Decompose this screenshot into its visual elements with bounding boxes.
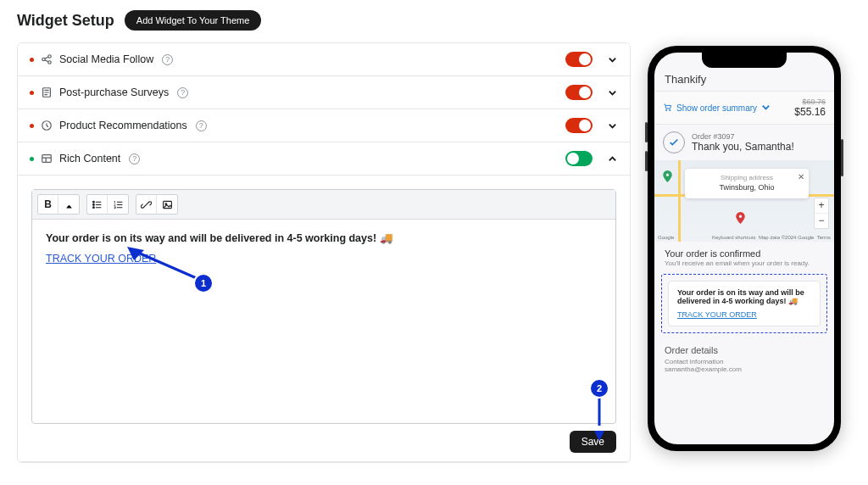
share-icon xyxy=(41,53,53,65)
order-details-section: Order details Contact information samant… xyxy=(654,340,834,378)
bold-button[interactable]: B xyxy=(38,195,58,214)
form-icon xyxy=(41,86,53,98)
check-icon xyxy=(663,131,685,153)
svg-text:1: 1 xyxy=(201,278,206,288)
order-summary-row[interactable]: Show order summary $60.76 $55.16 xyxy=(654,91,834,125)
contact-label: Contact information xyxy=(665,358,824,365)
contact-value: samantha@example.com xyxy=(665,365,824,373)
price: $55.16 xyxy=(794,106,826,118)
phone-notch xyxy=(702,53,787,68)
accordion-rich-content[interactable]: Rich Content ? xyxy=(18,142,630,176)
accordion-label: Rich Content xyxy=(59,153,120,164)
color-button[interactable] xyxy=(58,195,79,214)
chevron-down-icon[interactable] xyxy=(606,53,618,65)
rich-content-body: B xyxy=(18,176,630,462)
accordion-recommendations[interactable]: Product Recommendations ? xyxy=(18,109,630,142)
phone-screen: Thankify Show order summary $60.76 $55.1… xyxy=(654,53,834,444)
thank-you-text: Thank you, Samantha! xyxy=(692,141,794,153)
chevron-up-icon[interactable] xyxy=(606,153,618,164)
track-order-link-preview[interactable]: TRACK YOUR ORDER xyxy=(677,310,757,319)
svg-point-1 xyxy=(48,55,52,59)
page-title: Widget Setup xyxy=(17,12,114,30)
layout-icon xyxy=(41,153,53,164)
svg-point-6 xyxy=(93,201,95,203)
confirmed-heading: Your order is confirmed xyxy=(665,248,824,259)
accordion-label: Product Recommendations xyxy=(59,120,187,131)
track-order-link[interactable]: TRACK YOUR ORDER xyxy=(46,253,156,265)
summary-label: Show order summary xyxy=(676,103,757,113)
details-heading: Order details xyxy=(665,345,824,355)
toggle-surveys[interactable] xyxy=(565,85,593,100)
svg-point-17 xyxy=(665,109,666,110)
phone-frame: Thankify Show order summary $60.76 $55.1… xyxy=(648,46,841,451)
order-number: Order #3097 xyxy=(692,132,794,141)
help-icon[interactable]: ? xyxy=(177,87,188,98)
rich-content-highlight: Your order is on its way and will be del… xyxy=(661,274,827,333)
clock-icon xyxy=(41,120,53,131)
svg-point-8 xyxy=(93,206,95,208)
svg-point-2 xyxy=(48,61,52,64)
cart-icon xyxy=(663,103,672,114)
toggle-recommendations[interactable] xyxy=(565,118,593,133)
map-zoom-controls[interactable]: +− xyxy=(814,198,829,229)
svg-point-18 xyxy=(670,109,670,110)
accordion-label: Post-purchase Surveys xyxy=(59,86,169,98)
editor-content[interactable]: Your order is on its way and will be del… xyxy=(32,220,615,423)
unordered-list-button[interactable] xyxy=(87,195,108,214)
accordion-surveys[interactable]: Post-purchase Surveys ? xyxy=(18,76,630,109)
rich-text-editor: B xyxy=(31,189,616,424)
help-icon[interactable]: ? xyxy=(129,153,140,164)
toggle-rich-content[interactable] xyxy=(565,151,593,166)
status-dot xyxy=(30,58,34,62)
pin-icon xyxy=(663,170,672,185)
shipping-heading: Shipping address xyxy=(690,174,804,181)
chevron-down-icon[interactable] xyxy=(606,86,618,98)
pin-icon xyxy=(736,212,745,226)
image-button[interactable] xyxy=(157,195,177,214)
widget-list: Social Media Follow ? Post-purchase Surv… xyxy=(17,42,631,463)
svg-point-12 xyxy=(194,274,213,293)
rich-line: Your order is on its way and will be del… xyxy=(677,288,811,305)
ordered-list-button[interactable] xyxy=(108,195,128,214)
status-dot xyxy=(30,157,34,161)
old-price: $60.76 xyxy=(794,98,826,106)
accordion-label: Social Media Follow xyxy=(59,53,153,65)
save-button[interactable]: Save xyxy=(570,431,616,453)
svg-point-7 xyxy=(93,203,95,205)
preview-map: ✕ Shipping address Twinsburg, Ohio +− Go… xyxy=(654,160,834,242)
status-dot xyxy=(30,91,34,95)
editor-toolbar: B xyxy=(32,190,615,220)
link-button[interactable] xyxy=(136,195,157,214)
shipping-card: ✕ Shipping address Twinsburg, Ohio xyxy=(685,169,809,198)
status-dot xyxy=(30,124,34,128)
add-widget-button[interactable]: Add Widget To Your Theme xyxy=(125,10,262,31)
map-attribution: Google Keyboard shortcuts Map data ©2024… xyxy=(658,235,831,240)
chevron-down-icon[interactable] xyxy=(606,120,618,131)
editor-line1: Your order is on its way and will be del… xyxy=(46,231,602,244)
thank-you-section: Order #3097 Thank you, Samantha! xyxy=(654,125,834,160)
svg-point-0 xyxy=(42,58,46,61)
chevron-down-icon xyxy=(761,103,771,114)
rich-content-card: Your order is on its way and will be del… xyxy=(668,281,821,326)
preview-panel: Thankify Show order summary $60.76 $55.1… xyxy=(648,10,851,463)
page-header: Widget Setup Add Widget To Your Theme xyxy=(17,10,631,31)
svg-rect-5 xyxy=(42,155,52,163)
help-icon[interactable]: ? xyxy=(162,54,173,65)
accordion-social-media[interactable]: Social Media Follow ? xyxy=(18,43,630,76)
confirmed-section: Your order is confirmed You'll receive a… xyxy=(654,247,834,267)
shipping-value: Twinsburg, Ohio xyxy=(690,183,804,192)
close-icon[interactable]: ✕ xyxy=(798,172,804,181)
toggle-social-media[interactable] xyxy=(565,52,593,67)
help-icon[interactable]: ? xyxy=(196,120,207,131)
confirmed-sub: You'll receive an email when your order … xyxy=(665,259,824,267)
